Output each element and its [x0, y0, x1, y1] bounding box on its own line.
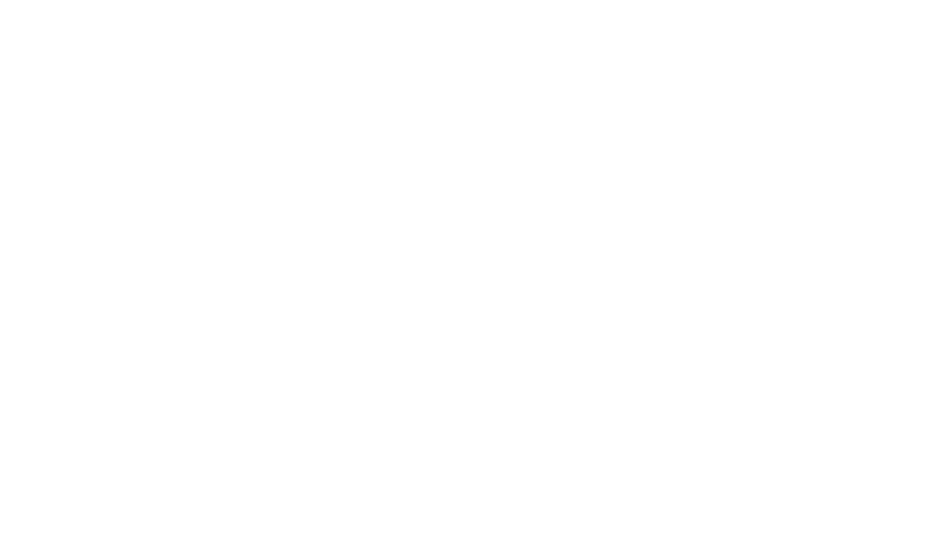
spreadsheet[interactable]: [0, 0, 935, 560]
